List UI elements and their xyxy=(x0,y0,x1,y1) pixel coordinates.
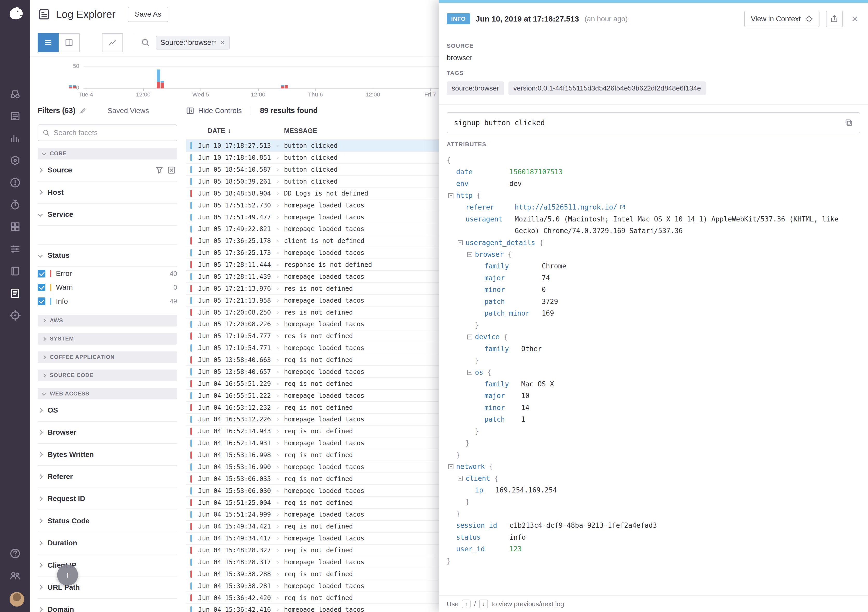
facet-bytes-written[interactable]: Bytes Written xyxy=(37,444,177,466)
tree-node-browser[interactable]: browser { xyxy=(447,249,860,260)
attribute-key[interactable]: major xyxy=(484,390,521,402)
timeline-bar[interactable] xyxy=(161,81,164,88)
attribute-key[interactable]: browser xyxy=(475,249,504,260)
dashboards-icon[interactable] xyxy=(9,133,21,144)
collapse-icon[interactable] xyxy=(458,240,463,245)
logs-icon[interactable] xyxy=(9,288,21,299)
facet-host[interactable]: Host xyxy=(37,181,177,204)
facet-search-input[interactable] xyxy=(54,129,172,137)
tree-node-useragent_details[interactable]: useragent_details { xyxy=(447,237,860,249)
facet-domain[interactable]: Domain xyxy=(37,599,177,612)
tree-node-os[interactable]: os { xyxy=(447,367,860,378)
facet-group-system[interactable]: SYSTEM xyxy=(37,333,177,345)
attribute-key[interactable]: family xyxy=(484,260,542,272)
copy-icon[interactable] xyxy=(845,119,853,127)
attribute-key[interactable]: date xyxy=(456,166,509,178)
facet-status-code[interactable]: Status Code xyxy=(37,510,177,532)
synthetics-icon[interactable] xyxy=(9,310,21,321)
attribute-key[interactable]: network xyxy=(456,461,485,473)
facet-exclude-icon[interactable] xyxy=(167,166,176,175)
view-in-context-button[interactable]: View in Context xyxy=(744,11,820,27)
notebooks-icon[interactable] xyxy=(9,265,21,277)
collapse-icon[interactable] xyxy=(467,370,472,375)
tree-node-network[interactable]: network { xyxy=(447,461,860,473)
attribute-key[interactable]: minor xyxy=(484,284,542,296)
tree-node-client[interactable]: client { xyxy=(447,473,860,484)
attribute-key[interactable]: env xyxy=(456,178,509,189)
events-icon[interactable] xyxy=(9,111,21,122)
team-icon[interactable] xyxy=(9,570,21,581)
attribute-key[interactable]: os xyxy=(475,367,483,378)
hide-controls-button[interactable]: Hide Controls xyxy=(186,107,242,115)
search-filter-chip[interactable]: Source:*browser* × xyxy=(156,36,230,50)
column-header-message[interactable]: MESSAGE xyxy=(284,127,317,135)
facet-group-aws[interactable]: AWS xyxy=(37,315,177,327)
facet-status[interactable]: Status xyxy=(37,245,177,266)
pipelines-icon[interactable] xyxy=(9,243,21,255)
edit-filters-icon[interactable] xyxy=(79,107,87,115)
facet-group-web-access[interactable]: WEB ACCESS xyxy=(37,388,177,400)
datadog-logo-icon[interactable] xyxy=(5,5,25,24)
facet-group-coffee-application[interactable]: COFFEE APPLICATION xyxy=(37,352,177,363)
timeline-bar[interactable] xyxy=(157,70,160,88)
integrations-icon[interactable] xyxy=(9,221,21,232)
attribute-key[interactable]: major xyxy=(484,272,542,284)
facet-group-source-code[interactable]: SOURCE CODE xyxy=(37,370,177,381)
scroll-to-top-button[interactable]: ↑ xyxy=(57,564,78,586)
facet-value-error[interactable]: Error40 xyxy=(37,266,177,280)
split-view-toggle[interactable] xyxy=(59,33,80,52)
timeline-bar[interactable] xyxy=(281,85,284,88)
help-icon[interactable] xyxy=(9,548,21,559)
attribute-key[interactable]: ip xyxy=(475,484,496,496)
attribute-key[interactable]: patch xyxy=(484,296,542,308)
facet-value-warn[interactable]: Warn0 xyxy=(37,280,177,294)
facet-checkbox[interactable] xyxy=(37,270,45,277)
attribute-key[interactable]: useragent xyxy=(466,214,515,237)
facet-filter-icon[interactable] xyxy=(155,166,164,175)
collapse-icon[interactable] xyxy=(458,476,463,481)
facet-os[interactable]: OS xyxy=(37,399,177,421)
collapse-icon[interactable] xyxy=(448,464,453,469)
attribute-key[interactable]: device xyxy=(475,331,500,343)
timeline-bar[interactable] xyxy=(73,85,76,88)
attribute-key[interactable]: family xyxy=(484,343,521,355)
attribute-key[interactable]: minor xyxy=(484,402,521,414)
tab-saved-views[interactable]: Saved Views xyxy=(107,107,149,115)
facet-browser[interactable]: Browser xyxy=(37,421,177,444)
tag-pill[interactable]: source:browser xyxy=(447,81,504,95)
column-header-date[interactable]: DATE ↓ xyxy=(186,127,284,135)
close-panel-icon[interactable]: × xyxy=(852,13,858,24)
referer-link[interactable]: http://a1526511.ngrok.io/ xyxy=(515,203,625,211)
apm-icon[interactable] xyxy=(9,199,21,210)
user-avatar-icon[interactable] xyxy=(9,592,21,603)
attribute-key[interactable]: family xyxy=(484,378,521,390)
collapse-icon[interactable] xyxy=(448,193,453,198)
monitors-icon[interactable] xyxy=(9,177,21,188)
watchdog-icon[interactable] xyxy=(9,88,21,99)
attribute-key[interactable]: status xyxy=(456,531,509,543)
list-view-toggle[interactable] xyxy=(37,33,59,52)
collapse-icon[interactable] xyxy=(467,335,472,339)
tree-node-device[interactable]: device { xyxy=(447,331,860,343)
tree-node-http[interactable]: http { xyxy=(447,190,860,201)
collapse-icon[interactable] xyxy=(467,252,472,257)
facet-duration[interactable]: Duration xyxy=(37,532,177,554)
facet-checkbox[interactable] xyxy=(37,284,45,291)
share-button[interactable] xyxy=(826,11,843,27)
save-as-button[interactable]: Save As xyxy=(128,7,168,22)
attribute-key[interactable]: patch xyxy=(484,414,521,425)
attribute-key[interactable]: client xyxy=(466,473,490,484)
facet-checkbox[interactable] xyxy=(37,297,45,305)
timeline-bar[interactable] xyxy=(69,85,72,88)
facet-request-id[interactable]: Request ID xyxy=(37,488,177,510)
attribute-key[interactable]: useragent_details xyxy=(466,237,535,249)
facet-value-info[interactable]: Info49 xyxy=(37,294,177,308)
chip-remove-icon[interactable]: × xyxy=(220,39,225,46)
facet-source[interactable]: Source xyxy=(37,160,177,181)
attribute-key[interactable]: http xyxy=(456,190,473,201)
attribute-key[interactable]: session_id xyxy=(456,520,509,531)
facet-service[interactable]: Service xyxy=(37,204,177,226)
timeline-bar[interactable] xyxy=(285,85,288,89)
attribute-key[interactable]: user_id xyxy=(456,543,509,555)
attribute-key[interactable]: patch_minor xyxy=(484,308,542,319)
